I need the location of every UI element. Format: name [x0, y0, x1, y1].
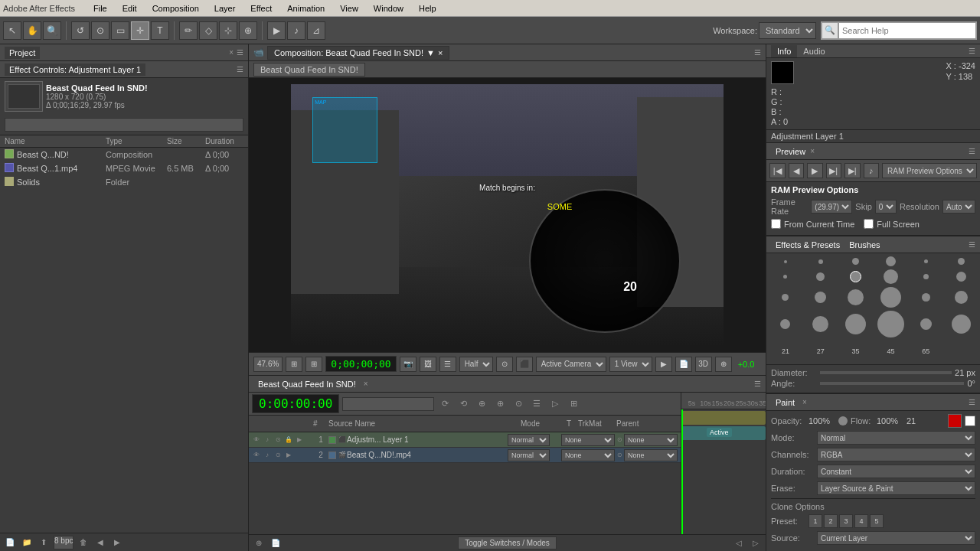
toggle-switches-button[interactable]: Toggle Switches / Modes — [458, 536, 557, 549]
new-folder-btn[interactable]: 📁 — [20, 536, 34, 549]
tab-brushes[interactable]: Brushes — [844, 239, 884, 251]
full-screen-check[interactable]: Full Screen — [864, 219, 920, 229]
brush-dot[interactable] — [922, 293, 930, 302]
play-ram[interactable]: ▶ — [267, 21, 286, 40]
background-color-swatch[interactable] — [965, 416, 975, 426]
draft-btn[interactable]: 📄 — [675, 357, 692, 372]
project-panel-menu[interactable]: ☰ — [237, 48, 243, 57]
brush-dot[interactable] — [923, 274, 929, 279]
brush-dot[interactable] — [958, 258, 965, 265]
tl-bottom-compose[interactable]: ⊕ — [252, 536, 266, 550]
transparency-btn[interactable]: ⬛ — [516, 357, 533, 372]
solo-icon-1[interactable]: ⊙ — [273, 435, 283, 445]
resolution-select[interactable]: Half — [459, 357, 493, 372]
lock-icon-1[interactable]: 🔒 — [284, 435, 293, 445]
show-snapshot-btn[interactable]: 🖼 — [420, 357, 436, 372]
puppet-tool[interactable]: ⊹ — [219, 21, 237, 40]
ram-frame-rate-select[interactable]: (29.97) — [811, 200, 852, 214]
brush-dot[interactable] — [783, 275, 787, 279]
brush-dot[interactable]: 27 — [810, 341, 831, 361]
tl-icon-3[interactable]: ⊕ — [474, 396, 489, 412]
layer-1-trk[interactable]: None — [561, 434, 615, 446]
tab-preview[interactable]: Preview — [771, 145, 810, 158]
solo-icon-2[interactable]: ⊙ — [273, 451, 283, 460]
brush-dot-selected[interactable] — [850, 271, 861, 282]
audio-icon-1[interactable]: ♪ — [263, 435, 272, 445]
brush-dot[interactable] — [920, 318, 932, 330]
grid-guide-btn[interactable]: ⊕ — [715, 357, 732, 372]
menu-edit[interactable]: Edit — [119, 2, 140, 15]
search-input[interactable] — [838, 22, 976, 39]
brush-dot[interactable]: 45 — [883, 344, 898, 359]
list-item[interactable]: Beast Q...1.mp4 MPEG Movie 6.5 MB Δ 0;00 — [0, 161, 248, 175]
prev-first-frame[interactable]: |◀ — [769, 163, 786, 178]
effects-panel-menu[interactable]: ☰ — [969, 240, 975, 249]
comp-panel-menu[interactable]: ☰ — [754, 48, 761, 57]
expand-icon-2[interactable]: ▶ — [284, 451, 293, 460]
prev-btn[interactable]: ◀ — [93, 536, 107, 549]
brush-dot[interactable] — [956, 272, 966, 282]
ram-skip-select[interactable]: 0 — [875, 200, 897, 214]
clone-preset-3[interactable]: 3 — [839, 514, 853, 528]
source-select[interactable]: Current Layer — [817, 531, 975, 545]
tl-bottom-shrink[interactable]: ◁ — [732, 536, 746, 550]
expand-icon-1[interactable]: ▶ — [295, 435, 304, 445]
list-item[interactable]: Beast Q...ND! Composition Δ 0;00 — [0, 148, 248, 161]
comp-tab-main[interactable]: Composition: Beast Quad Feed In SND! ▼ × — [267, 46, 449, 60]
brush-dot[interactable] — [812, 316, 828, 332]
brush-dot[interactable] — [816, 272, 825, 281]
preview-panel-menu[interactable]: ☰ — [969, 147, 975, 155]
pen-tool[interactable]: ✏ — [179, 21, 198, 40]
brush-dot[interactable]: 21 — [777, 343, 793, 359]
effect-controls-menu[interactable]: ☰ — [237, 65, 243, 73]
brush-dot[interactable] — [886, 256, 896, 266]
duration-select[interactable]: Constant — [817, 465, 975, 478]
audio-icon-2[interactable]: ♪ — [263, 451, 272, 460]
brush-dot[interactable] — [852, 258, 859, 265]
brush-dot[interactable] — [924, 259, 928, 263]
comp-tab-dropdown[interactable]: ▼ — [426, 48, 435, 57]
project-panel-close[interactable]: × — [229, 48, 234, 57]
trash-btn[interactable]: 🗑 — [77, 536, 90, 549]
full-screen-checkbox[interactable] — [864, 219, 874, 229]
tab-paint[interactable]: Paint — [771, 396, 799, 409]
tl-icon-4[interactable]: ⊕ — [492, 396, 508, 412]
fit-comp-btn[interactable]: ⊞ — [286, 357, 302, 372]
list-item[interactable]: Solids Folder — [0, 175, 248, 189]
view-select[interactable]: 1 View — [609, 357, 652, 372]
render-btn[interactable]: ▶ — [655, 357, 672, 372]
snap-tool[interactable]: ⊿ — [307, 21, 325, 40]
tl-icon-5[interactable]: ⊙ — [511, 396, 526, 412]
brush-dot[interactable] — [845, 314, 866, 334]
next-btn[interactable]: ▶ — [110, 536, 124, 549]
brush-angle-slider[interactable] — [820, 382, 964, 385]
selection-tool[interactable]: ↖ — [3, 21, 21, 40]
menu-window[interactable]: Window — [371, 2, 407, 15]
brush-dot[interactable] — [780, 319, 790, 329]
menu-composition[interactable]: Composition — [149, 2, 202, 15]
layer-1-parent[interactable]: None — [624, 434, 678, 446]
clone-preset-2[interactable]: 2 — [824, 514, 838, 528]
zoom-tool[interactable]: 🔍 — [43, 21, 61, 40]
workspace-select[interactable]: Standard — [759, 22, 816, 39]
brush-dot[interactable] — [782, 294, 789, 301]
ram-preview-dropdown[interactable]: RAM Preview Options — [882, 163, 977, 178]
brush-dot[interactable] — [955, 291, 968, 304]
menu-view[interactable]: View — [337, 2, 361, 15]
brush-dot[interactable]: 65 — [918, 344, 933, 359]
mask-tool[interactable]: ◇ — [199, 21, 217, 40]
open-item-btn[interactable]: ⬆ — [37, 536, 51, 549]
from-current-check[interactable]: From Current Time — [771, 219, 854, 229]
paint-panel-menu[interactable]: ☰ — [969, 398, 975, 406]
tl-icon-2[interactable]: ⟲ — [456, 396, 471, 412]
tab-audio[interactable]: Audio — [797, 45, 831, 57]
prev-play[interactable]: ▶ — [807, 163, 823, 178]
new-item-btn[interactable]: 📄 — [3, 536, 17, 549]
brush-dot[interactable] — [952, 315, 971, 334]
layer-2-parent[interactable]: None — [624, 449, 678, 461]
brush-diameter-slider[interactable] — [820, 371, 952, 374]
menu-file[interactable]: File — [90, 2, 110, 15]
snapshot-btn[interactable]: 📷 — [400, 357, 416, 372]
clone-preset-4[interactable]: 4 — [854, 514, 868, 528]
camera-orbit[interactable]: ⊙ — [91, 21, 109, 40]
